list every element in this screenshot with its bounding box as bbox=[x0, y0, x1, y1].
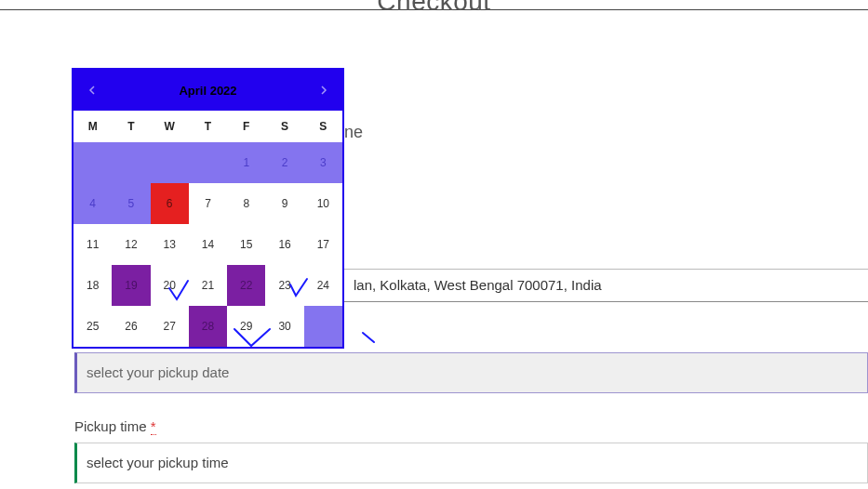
day-2: 2 bbox=[265, 142, 303, 183]
day-29[interactable]: 29 bbox=[227, 306, 265, 347]
address-value: lan, Kolkata, West Bengal 700071, India bbox=[354, 277, 602, 293]
day-13[interactable]: 13 bbox=[151, 224, 189, 265]
day-5: 5 bbox=[112, 183, 150, 224]
day-18[interactable]: 18 bbox=[73, 265, 112, 306]
day-24[interactable]: 24 bbox=[304, 265, 342, 306]
datepicker-header: April 2022 bbox=[73, 70, 342, 111]
datepicker: April 2022 MTWTFSS1234567891011121314151… bbox=[72, 68, 344, 349]
day-10[interactable]: 10 bbox=[304, 183, 342, 224]
pickup-date-placeholder: select your pickup date bbox=[87, 364, 229, 380]
day-21[interactable]: 21 bbox=[189, 265, 227, 306]
day-8[interactable]: 8 bbox=[227, 183, 265, 224]
required-indicator: * bbox=[151, 418, 156, 435]
day-blank bbox=[73, 142, 112, 183]
chevron-right-icon bbox=[319, 84, 328, 98]
day-30[interactable]: 30 bbox=[265, 306, 303, 347]
day-11[interactable]: 11 bbox=[73, 224, 112, 265]
day-23[interactable]: 23 bbox=[265, 265, 303, 306]
day-7[interactable]: 7 bbox=[189, 183, 227, 224]
day-blank bbox=[112, 142, 150, 183]
day-blank bbox=[151, 142, 189, 183]
next-month-button[interactable] bbox=[313, 79, 335, 101]
dow-header: T bbox=[189, 111, 227, 142]
day-blank bbox=[189, 142, 227, 183]
datepicker-title: April 2022 bbox=[179, 84, 236, 98]
day-blank bbox=[304, 306, 342, 347]
page-title: Checkout bbox=[377, 0, 490, 17]
dow-header: W bbox=[151, 111, 189, 142]
pickup-time-label: Pickup time * bbox=[74, 418, 156, 434]
dow-header: F bbox=[227, 111, 265, 142]
day-20[interactable]: 20 bbox=[151, 265, 189, 306]
day-28[interactable]: 28 bbox=[189, 306, 227, 347]
day-14[interactable]: 14 bbox=[189, 224, 227, 265]
dow-header: T bbox=[112, 111, 150, 142]
day-1: 1 bbox=[227, 142, 265, 183]
day-16[interactable]: 16 bbox=[265, 224, 303, 265]
day-3: 3 bbox=[304, 142, 342, 183]
dow-header: S bbox=[265, 111, 303, 142]
annotation-mark-4 bbox=[361, 331, 380, 350]
chevron-left-icon bbox=[87, 84, 97, 98]
pickup-date-input[interactable]: select your pickup date bbox=[74, 352, 868, 393]
day-6[interactable]: 6 bbox=[151, 183, 189, 224]
datepicker-grid: MTWTFSS123456789101112131415161718192021… bbox=[73, 111, 342, 347]
pickup-time-input[interactable]: select your pickup time bbox=[74, 443, 868, 483]
pickup-time-placeholder: select your pickup time bbox=[87, 455, 229, 470]
day-17[interactable]: 17 bbox=[304, 224, 342, 265]
day-15[interactable]: 15 bbox=[227, 224, 265, 265]
dow-header: S bbox=[304, 111, 342, 142]
prev-month-button[interactable] bbox=[81, 79, 103, 101]
day-27[interactable]: 27 bbox=[151, 306, 189, 347]
day-9[interactable]: 9 bbox=[265, 183, 303, 224]
day-26[interactable]: 26 bbox=[112, 306, 150, 347]
day-12[interactable]: 12 bbox=[112, 224, 150, 265]
dow-header: M bbox=[73, 111, 112, 142]
day-19[interactable]: 19 bbox=[112, 265, 150, 306]
background-label-fragment: ne bbox=[344, 123, 363, 142]
day-4: 4 bbox=[73, 183, 112, 224]
day-22[interactable]: 22 bbox=[227, 265, 265, 306]
day-25[interactable]: 25 bbox=[73, 306, 112, 347]
